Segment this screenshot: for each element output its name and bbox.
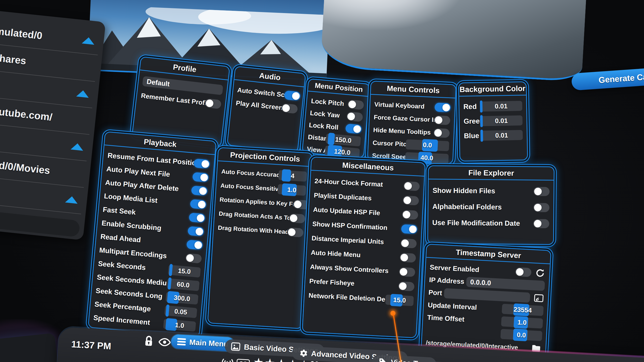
toggle-multipart-encodings[interactable]: [185, 253, 202, 263]
toggle-auto-switch-screen[interactable]: [284, 90, 301, 101]
setting-row: Blue0.01: [464, 128, 523, 143]
slider-value: 0.0: [500, 329, 542, 341]
toggle-24-hour-clock-format[interactable]: [403, 181, 420, 191]
slider-green[interactable]: 0.01: [480, 115, 523, 126]
setting-label: Prefer Fisheye: [309, 277, 355, 287]
slider-time-offset[interactable]: 1.0: [501, 316, 543, 329]
setting-label: Lock Yaw: [310, 109, 340, 119]
setting-row: Show Hidden Files: [432, 183, 550, 200]
toggle-prefer-fisheye[interactable]: [398, 281, 415, 291]
toggle-alphabetical-folders[interactable]: [533, 203, 549, 212]
star-icon[interactable]: ★: [298, 357, 310, 362]
toggle-drag-rotation-with-head[interactable]: [287, 228, 304, 238]
slider-auto-focus-sensitivity[interactable]: 1.0: [277, 184, 306, 196]
toggle-server-enabled[interactable]: [515, 267, 532, 277]
toggle-rotation-applies-to-key-frame[interactable]: [293, 200, 309, 210]
toggle-remember-last-profile[interactable]: [205, 98, 222, 109]
toggle-hide-menu-tooltips[interactable]: [433, 128, 450, 138]
slider-value: 60.0: [167, 278, 199, 291]
setting-label: Lock Pitch: [311, 97, 344, 108]
closed-captions-icon[interactable]: CC: [236, 359, 250, 362]
toggle-auto-update-hsp-file[interactable]: [402, 210, 418, 219]
setting-label: IP Address: [429, 276, 464, 286]
slider-value[interactable]: 0.0: [500, 329, 542, 341]
slider-seek-seconds[interactable]: 15.0: [168, 265, 201, 278]
star-icon[interactable]: ★: [264, 356, 276, 362]
panel-projection-controls: Projection Controls Auto Focus Accuracy4…: [207, 147, 313, 329]
refresh-icon[interactable]: [535, 267, 546, 279]
toggle-show-hsp-confirmation[interactable]: [401, 224, 418, 234]
panel-title: File Explorer: [429, 166, 554, 180]
setting-label: Drag Rotation With Head: [218, 224, 289, 236]
slider-value: 1.0: [277, 184, 306, 196]
slider-red[interactable]: 0.01: [480, 101, 522, 112]
setting-row: Green0.01: [463, 113, 522, 129]
toggle-auto-play-after-delete[interactable]: [191, 186, 208, 196]
star-icon[interactable]: ★: [253, 355, 265, 362]
setting-label: Read Ahead: [100, 233, 141, 244]
toggle-resume-from-last-position[interactable]: [193, 158, 210, 169]
slider-seek-seconds-long[interactable]: 300.0: [166, 292, 198, 305]
toggle-lock-yaw[interactable]: [346, 112, 363, 122]
favorite-heart-icon[interactable]: ♥: [309, 358, 320, 362]
setting-label: Fast Seek: [102, 206, 136, 216]
setting-label: Lock Roll: [309, 121, 339, 131]
toggle-auto-play-next-file[interactable]: [192, 172, 209, 182]
toggle-play-all-screens[interactable]: [281, 103, 298, 114]
triangle-up-icon[interactable]: [76, 89, 90, 98]
setting-row: Alphabetical Folders: [432, 199, 550, 216]
setting-label: Speed Increment: [93, 314, 150, 327]
triangle-up-icon[interactable]: [65, 196, 78, 204]
toggle-lock-pitch[interactable]: [347, 100, 364, 110]
toggle-use-file-modification-date[interactable]: [533, 219, 549, 228]
setting-label: Playlist Duplicates: [314, 191, 372, 202]
triangle-up-icon[interactable]: [71, 143, 84, 151]
setting-label: Auto Focus Sensitivity: [220, 182, 286, 193]
slider-seek-percentage[interactable]: 0.05: [164, 305, 197, 318]
gear-icon: [298, 348, 308, 358]
panel-title: Background Color: [459, 82, 526, 97]
menu-icon: [177, 338, 186, 346]
setting-label: Show Hidden Files: [432, 187, 495, 195]
slider-cursor-pitch[interactable]: 0.0: [406, 139, 449, 151]
cast-icon[interactable]: [533, 293, 544, 304]
star-icon[interactable]: ★: [287, 357, 299, 362]
slider-value: 0.0: [406, 139, 449, 151]
slider-value: 0.01: [480, 115, 523, 126]
file-source-rows: mulated/0Sharesyoutube.com/lated/0/Movie…: [0, 18, 100, 214]
toggle-always-show-controllers[interactable]: [399, 267, 415, 277]
toggle-fast-seek[interactable]: [189, 213, 206, 223]
toggle-drag-rotation-acts-as-toggle[interactable]: [289, 213, 305, 223]
toggle-playlist-duplicates[interactable]: [403, 195, 419, 205]
lock-icon[interactable]: [143, 335, 154, 347]
slider-update-interval[interactable]: 23554: [502, 304, 544, 316]
setting-label: Alphabetical Folders: [432, 203, 502, 211]
setting-label: Seek Percentage: [94, 300, 151, 313]
toggle-enable-scrubbing[interactable]: [187, 226, 204, 236]
triangle-up-icon[interactable]: [82, 36, 95, 44]
setting-label: Auto Hide Menu: [311, 249, 361, 259]
toggle-distance-imperial-units[interactable]: [400, 238, 417, 248]
toggle-read-ahead[interactable]: [186, 240, 203, 250]
eye-icon[interactable]: [158, 338, 171, 347]
setting-label: Red: [463, 103, 477, 111]
toggle-virtual-keyboard[interactable]: [434, 102, 451, 112]
slider-network-file-deletion-delay[interactable]: 15.0: [385, 294, 414, 306]
setting-label: Enable Scrubbing: [101, 219, 162, 232]
slider-blue[interactable]: 0.01: [480, 130, 523, 141]
toggle-force-gaze-cursor-input[interactable]: [434, 115, 451, 125]
toggle-lock-roll[interactable]: [345, 124, 362, 134]
broadcast-icon[interactable]: [221, 357, 234, 362]
slider-distance[interactable]: 150.0: [326, 133, 361, 147]
slider-seek-seconds-medium[interactable]: 60.0: [167, 278, 199, 291]
panel-profile: Profile DefaultRemember Last Profile: [132, 56, 230, 147]
slider-view-arc[interactable]: 120.0: [325, 146, 360, 159]
toggle-auto-hide-menu[interactable]: [399, 253, 416, 262]
toggle-loop-media-list[interactable]: [190, 199, 207, 209]
slider-value: 0.01: [480, 130, 523, 141]
star-icon[interactable]: ★: [276, 356, 288, 362]
toggle-show-hidden-files[interactable]: [533, 187, 549, 196]
slider-auto-focus-accuracy[interactable]: 4: [278, 170, 307, 182]
slider-speed-increment[interactable]: 1.0: [163, 319, 196, 332]
slider-value: 4: [278, 170, 307, 182]
